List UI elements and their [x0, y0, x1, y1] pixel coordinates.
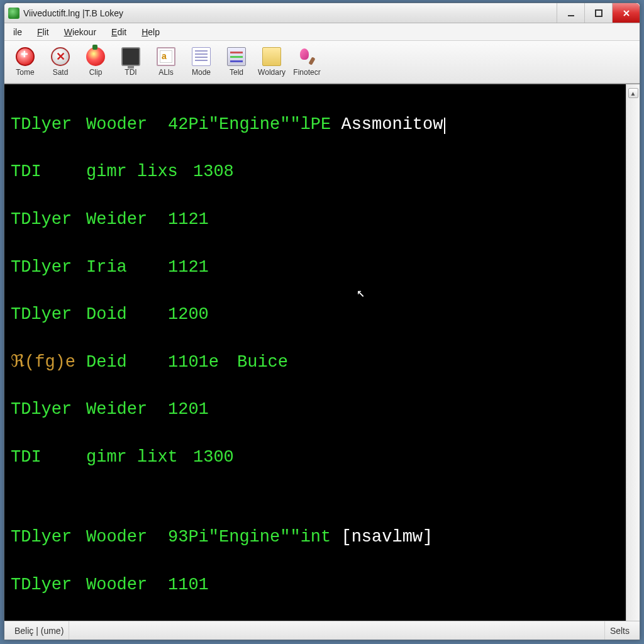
term-cell: [nsavlmw]: [341, 528, 433, 547]
term-cell: 93Pi: [168, 528, 209, 547]
tool-label: ALls: [158, 68, 173, 77]
tool-satd[interactable]: ✕ Satd: [43, 44, 77, 80]
term-cell: 1101e: [168, 351, 237, 375]
term-cell: Doid: [86, 303, 168, 327]
term-cell: 1200: [168, 305, 209, 324]
menu-help[interactable]: Help: [134, 25, 167, 39]
tool-finotecr[interactable]: Finotecr: [290, 44, 324, 80]
menu-edit[interactable]: Edit: [104, 25, 134, 39]
tool-label: Mode: [192, 68, 211, 77]
close-icon: [622, 9, 631, 18]
svg-rect-1: [596, 10, 602, 16]
close-button[interactable]: [612, 3, 640, 23]
toolbar: Tome ✕ Satd Clip TDI a ALls Mode Teld Wo…: [4, 41, 640, 84]
tool-label: Tome: [16, 68, 34, 77]
term-cell: TDlyer: [11, 113, 86, 137]
term-cell: "Engine""int: [209, 528, 331, 547]
term-cell: TDlyer: [11, 208, 86, 232]
tool-label: TDI: [125, 68, 136, 77]
minimize-icon: [567, 9, 575, 18]
slider-icon: [227, 47, 246, 66]
app-icon: [8, 8, 19, 19]
window-controls: [557, 3, 640, 23]
tool-label: Satd: [53, 68, 69, 77]
term-cell: 1308: [193, 162, 234, 181]
mouse-cursor-icon: ↖: [357, 284, 365, 304]
brush-icon: [297, 47, 316, 66]
term-cell: 1121: [168, 258, 209, 277]
app-window: Viiveductift.lng |T.B Lokey ile Flit Wie…: [4, 3, 640, 640]
tool-label: Finotecr: [293, 68, 320, 77]
term-cell: TDlyer: [11, 256, 86, 280]
tool-label: Clip: [89, 68, 103, 77]
term-cell: Wooder: [86, 526, 168, 550]
scroll-up-icon[interactable]: ▲: [628, 88, 638, 98]
term-cell: Iria: [86, 256, 168, 280]
text-cursor: [444, 118, 445, 134]
maximize-icon: [594, 9, 603, 18]
tool-clip[interactable]: Clip: [79, 44, 113, 80]
tool-alls[interactable]: a ALls: [149, 44, 183, 80]
titlebar: Viiveductift.lng |T.B Lokey: [4, 3, 640, 23]
tool-label: Woldary: [258, 68, 286, 77]
tool-mode[interactable]: Mode: [184, 44, 218, 80]
tool-teld[interactable]: Teld: [219, 44, 253, 80]
page-icon: [192, 47, 211, 66]
monitor-icon: [121, 47, 140, 66]
vertical-scrollbar[interactable]: ▲: [626, 84, 640, 621]
menu-ile[interactable]: ile: [6, 25, 30, 39]
tool-tome[interactable]: Tome: [8, 44, 42, 80]
term-cell: gimr lixt: [86, 446, 193, 470]
term-cell: Weider: [86, 208, 168, 232]
minimize-button[interactable]: [557, 3, 584, 23]
term-cell: 1101: [168, 575, 209, 594]
term-cell: TDlyer: [11, 398, 86, 422]
statusbar: Beliç | (ume) Selts: [4, 621, 640, 640]
tomato-icon: [86, 47, 105, 66]
term-cell: TDI: [11, 446, 86, 470]
term-cell: "Engine""lPE: [209, 115, 331, 134]
folder-icon: [262, 47, 281, 66]
term-cell: 1300: [193, 448, 234, 467]
menu-wiekour[interactable]: Wiekour: [57, 25, 104, 39]
menubar: ile Flit Wiekour Edit Help: [4, 23, 640, 41]
term-cell: TDlyer: [11, 303, 86, 327]
stop-icon: [16, 47, 35, 66]
status-right[interactable]: Selts: [604, 621, 635, 640]
term-cell: Assmonitow: [341, 115, 443, 134]
term-cell: Buice: [237, 353, 288, 372]
tool-tdi[interactable]: TDI: [114, 44, 148, 80]
term-cell: TDI: [11, 160, 86, 184]
terminal-output[interactable]: TDlyerWooder42Pi"Engine""lPE Assmonitow …: [4, 84, 626, 621]
term-cell: Wooder: [86, 113, 168, 137]
maximize-button[interactable]: [584, 3, 612, 23]
term-cell: Deid: [86, 351, 168, 375]
term-cell: TDlyer: [11, 526, 86, 550]
terminal-container: TDlyerWooder42Pi"Engine""lPE Assmonitow …: [4, 84, 640, 621]
window-title: Viiveductift.lng |T.B Lokey: [23, 8, 557, 18]
tool-label: Teld: [230, 68, 243, 77]
term-cell: ℜ(fg)e: [11, 351, 86, 375]
tool-woldary[interactable]: Woldary: [255, 44, 289, 80]
svg-rect-0: [568, 15, 574, 16]
term-cell: 1201: [168, 400, 209, 419]
term-cell: 42Pi: [168, 115, 209, 134]
status-left: Beliç | (ume): [9, 621, 69, 640]
doc-a-icon: a: [157, 47, 175, 66]
term-cell: gimr lixs: [86, 160, 193, 184]
term-cell: TDlyer: [11, 574, 86, 597]
term-cell: Weider: [86, 398, 168, 422]
term-cell: 1121: [168, 210, 209, 229]
menu-flit[interactable]: Flit: [30, 25, 57, 39]
term-cell: Wooder: [86, 574, 168, 597]
x-icon: ✕: [51, 47, 70, 66]
